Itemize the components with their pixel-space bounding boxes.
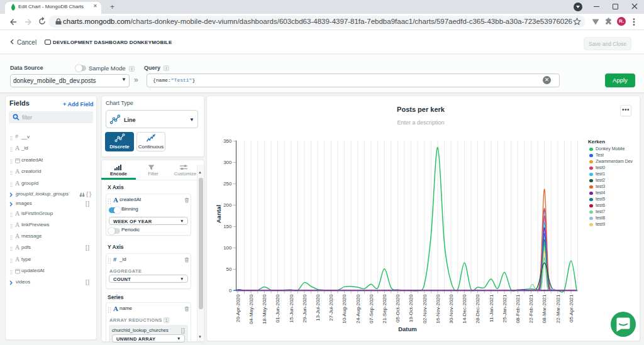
svg-text:08-Mar-2021: 08-Mar-2021 bbox=[541, 294, 547, 323]
svg-text:16-Nov-2020: 16-Nov-2020 bbox=[435, 294, 441, 324]
svg-text:11-Jan-2021: 11-Jan-2021 bbox=[489, 294, 494, 322]
svg-text:01-Jun-2020: 01-Jun-2020 bbox=[275, 294, 280, 322]
svg-text:24-Aug-2020: 24-Aug-2020 bbox=[355, 294, 361, 324]
svg-text:0: 0 bbox=[229, 288, 232, 293]
svg-text:27-Jul-2020: 27-Jul-2020 bbox=[328, 294, 334, 321]
svg-text:50: 50 bbox=[226, 266, 232, 272]
svg-text:14-Dec-2020: 14-Dec-2020 bbox=[462, 294, 467, 324]
svg-text:05-Apr-2021: 05-Apr-2021 bbox=[569, 294, 574, 322]
svg-text:08-Feb-2021: 08-Feb-2021 bbox=[515, 294, 521, 323]
svg-text:07-Sep-2020: 07-Sep-2020 bbox=[369, 294, 374, 324]
svg-text:18-May-2020: 18-May-2020 bbox=[262, 294, 267, 324]
svg-text:200: 200 bbox=[223, 202, 232, 208]
svg-text:04-May-2020: 04-May-2020 bbox=[248, 294, 254, 324]
svg-text:22-Mar-2021: 22-Mar-2021 bbox=[555, 294, 561, 323]
svg-text:13-Jul-2020: 13-Jul-2020 bbox=[315, 294, 321, 321]
svg-text:100: 100 bbox=[223, 245, 232, 251]
svg-text:15-Jun-2020: 15-Jun-2020 bbox=[289, 294, 294, 322]
svg-text:28-Dec-2020: 28-Dec-2020 bbox=[475, 294, 480, 324]
svg-text:25-Jan-2021: 25-Jan-2021 bbox=[502, 294, 508, 322]
svg-text:05-Oct-2020: 05-Oct-2020 bbox=[395, 294, 401, 322]
svg-text:19-Oct-2020: 19-Oct-2020 bbox=[408, 294, 414, 322]
svg-text:30-Nov-2020: 30-Nov-2020 bbox=[448, 294, 454, 324]
svg-text:29-Jun-2020: 29-Jun-2020 bbox=[302, 294, 308, 322]
svg-text:150: 150 bbox=[223, 224, 232, 229]
svg-text:22-Feb-2021: 22-Feb-2021 bbox=[528, 294, 534, 323]
svg-text:20-Apr-2020: 20-Apr-2020 bbox=[235, 294, 241, 322]
svg-text:21-Sep-2020: 21-Sep-2020 bbox=[382, 294, 387, 324]
svg-text:10-Aug-2020: 10-Aug-2020 bbox=[341, 294, 347, 324]
svg-text:02-Nov-2020: 02-Nov-2020 bbox=[422, 294, 428, 324]
svg-text:350: 350 bbox=[223, 138, 232, 144]
svg-text:300: 300 bbox=[223, 160, 232, 165]
svg-text:250: 250 bbox=[223, 181, 232, 187]
